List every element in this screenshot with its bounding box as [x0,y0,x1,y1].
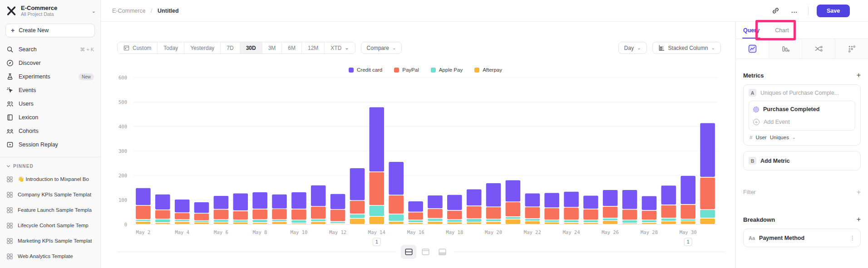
bar-segment[interactable] [213,222,229,224]
bar-segment[interactable] [350,200,365,214]
bar-segment[interactable] [427,209,443,219]
date-range-30d[interactable]: 30D [240,42,262,54]
date-range-xtd[interactable]: XTD⌄ [325,42,355,54]
bar-segment[interactable] [174,199,190,213]
aggregation-selector[interactable]: # User Uniques ⌄ [750,135,854,140]
bar-segment[interactable] [427,219,443,222]
bar-segment[interactable] [427,195,443,209]
pinned-board-item[interactable]: Company KPIs Sample Templat [0,187,100,202]
bar-segment[interactable] [505,219,521,224]
chart-annotation-badge[interactable]: 1 [684,238,692,246]
date-range-3m[interactable]: 3M [262,42,282,54]
pinned-section-header[interactable]: PINNED [0,157,100,171]
metric-card-a[interactable]: A Uniques of Purchase Comple... Purchase… [743,84,861,146]
bar-segment[interactable] [466,206,482,219]
bar-segment[interactable] [447,219,462,222]
bar-segment[interactable] [602,206,618,218]
bar-segment[interactable] [350,214,365,219]
bar-segment[interactable] [311,219,326,221]
sidebar-item-cohorts[interactable]: Cohorts [0,124,100,138]
bar-segment[interactable] [564,191,579,207]
bar-segment[interactable] [447,195,462,210]
bar-segment[interactable] [135,188,151,205]
layout-top-button[interactable] [418,245,433,259]
bar-segment[interactable] [291,220,306,223]
date-range-yesterday[interactable]: Yesterday [184,42,221,54]
bar-segment[interactable] [427,221,443,224]
granularity-dropdown[interactable]: Day ⌄ [618,42,647,54]
pinned-board-item[interactable]: 👋 Introduction to Mixpanel Bo [0,171,100,187]
bar-segment[interactable] [233,211,248,220]
bar-segment[interactable] [641,196,657,210]
bar-segment[interactable] [311,185,326,206]
bar-segment[interactable] [486,207,501,219]
bar-segment[interactable] [505,217,521,219]
bar-segment[interactable] [505,180,521,202]
bar-segment[interactable] [369,172,385,205]
create-new-button[interactable]: + Create New [5,24,95,37]
compare-button[interactable]: Compare ⌄ [361,42,402,54]
bar-segment[interactable] [369,216,385,224]
bar-segment[interactable] [661,218,676,221]
bar-segment[interactable] [213,219,229,222]
legend-item-afterpay[interactable]: Afterpay [474,67,502,73]
bar-segment[interactable] [681,221,696,224]
bar-segment[interactable] [602,220,618,224]
bar-segment[interactable] [700,123,715,177]
metric-a-name-placeholder[interactable]: Uniques of Purchase Comple... [760,90,839,96]
tab-funnels[interactable] [769,39,802,58]
breadcrumb-page-title[interactable]: Untitled [158,8,179,14]
legend-item-credit-card[interactable]: Credit card [349,67,382,73]
bar-segment[interactable] [681,175,696,205]
add-metric-plus-icon[interactable]: + [857,72,861,79]
bar-segment[interactable] [194,222,209,224]
breadcrumb-project[interactable]: E-Commerce [112,8,146,14]
bar-segment[interactable] [155,219,170,223]
add-event-row[interactable]: + Add Event [753,116,851,128]
date-range-12m[interactable]: 12M [302,42,325,54]
bar-segment[interactable] [661,205,676,218]
pinned-board-item[interactable]: Marketing KPIs Sample Templat [0,233,100,249]
add-breakdown-plus-icon[interactable]: + [857,216,861,223]
bar-segment[interactable] [622,210,637,220]
bar-segment[interactable] [174,222,190,225]
bar-segment[interactable] [466,222,482,224]
bar-segment[interactable] [505,202,521,216]
bar-segment[interactable] [252,209,268,219]
bar-segment[interactable] [700,210,715,218]
bar-segment[interactable] [525,207,540,219]
bar-segment[interactable] [486,222,501,225]
bar-segment[interactable] [272,194,287,209]
sidebar-item-users[interactable]: Users [0,97,100,111]
bar-segment[interactable] [369,107,385,172]
bar-segment[interactable] [544,193,560,208]
bar-segment[interactable] [369,205,385,216]
bar-segment[interactable] [291,209,306,220]
tab-insights[interactable] [736,39,769,58]
bar-segment[interactable] [544,222,560,224]
bar-segment[interactable] [602,190,618,206]
tab-flows[interactable] [802,39,835,58]
bar-segment[interactable] [155,210,170,219]
bar-segment[interactable] [135,205,151,219]
tab-query[interactable]: Query [743,22,760,39]
bar-segment[interactable] [194,202,209,213]
save-button[interactable]: Save [817,5,850,17]
bar-segment[interactable] [700,177,715,210]
bar-segment[interactable] [447,222,462,224]
bar-segment[interactable] [641,210,657,220]
layout-split-button[interactable] [401,245,416,259]
date-range-custom[interactable]: Custom [118,42,158,54]
bar-segment[interactable] [583,209,598,220]
bar-segment[interactable] [486,219,501,221]
bar-segment[interactable] [389,195,404,214]
bar-segment[interactable] [681,205,696,219]
more-options-button[interactable]: ... [789,5,800,16]
chart-annotation-badge[interactable]: 1 [373,238,380,246]
tab-chart[interactable]: Chart [775,22,789,39]
layout-bottom-button[interactable] [434,245,450,259]
pinned-board-item[interactable]: Web Analytics Template [0,249,100,264]
date-range-today[interactable]: Today [158,42,184,54]
bar-segment[interactable] [583,195,598,209]
bar-segment[interactable] [330,210,345,222]
